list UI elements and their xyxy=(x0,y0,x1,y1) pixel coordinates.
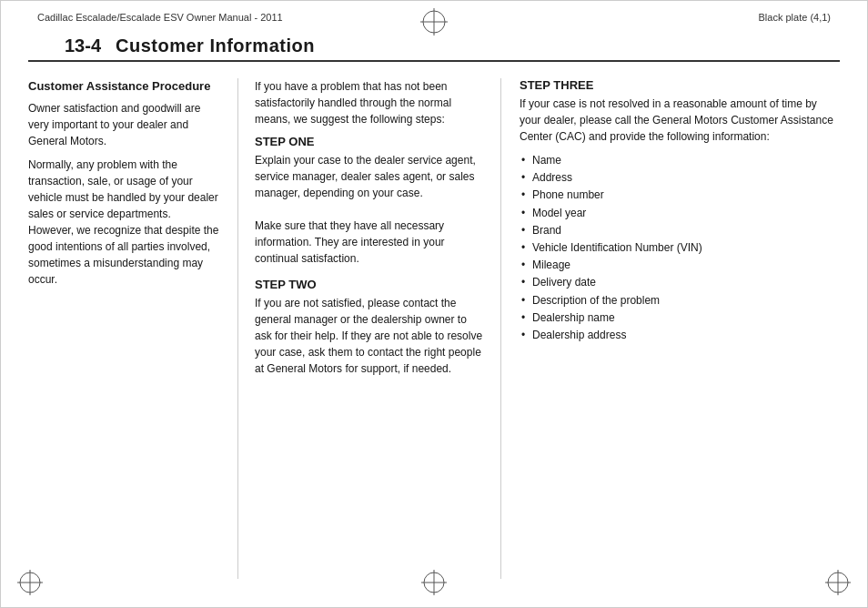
right-footer-crosshair xyxy=(825,570,851,598)
chapter-number: 13-4 xyxy=(65,35,101,56)
list-item: Vehicle Identification Number (VIN) xyxy=(520,239,840,257)
chapter-title: Customer Information xyxy=(116,35,315,56)
list-item: Description of the problem xyxy=(520,292,840,309)
col-left-para2: Normally, any problem with the transacti… xyxy=(28,157,219,288)
list-item: Dealership address xyxy=(520,327,840,344)
list-item: Model year xyxy=(520,205,840,222)
left-footer-crosshair xyxy=(17,570,43,598)
header-right-text: Black plate (4,1) xyxy=(759,12,831,23)
list-item: Delivery date xyxy=(520,274,840,291)
customer-assistance-heading: Customer Assistance Procedure xyxy=(28,78,219,95)
list-item: Brand xyxy=(520,222,840,239)
col-middle-intro: If you have a problem that has not been … xyxy=(255,78,484,127)
col-right: STEP THREE If your case is not resolved … xyxy=(501,78,840,579)
list-item: Phone number xyxy=(520,187,840,204)
list-item: Name xyxy=(520,152,840,169)
step-one-heading: STEP ONE xyxy=(255,135,484,148)
page-container: Cadillac Escalade/Escalade ESV Owner Man… xyxy=(0,0,868,608)
list-item: Mileage xyxy=(520,257,840,274)
col-left: Customer Assistance Procedure Owner sati… xyxy=(28,78,237,579)
list-item: Address xyxy=(520,169,840,187)
bullet-list: Name Address Phone number Model year Bra… xyxy=(520,152,840,344)
step-one-text: Explain your case to the dealer service … xyxy=(255,152,484,267)
step-two-heading: STEP TWO xyxy=(255,278,484,291)
center-footer-crosshair xyxy=(421,570,447,598)
header-left-text: Cadillac Escalade/Escalade ESV Owner Man… xyxy=(37,12,283,23)
col-middle: If you have a problem that has not been … xyxy=(237,78,501,579)
col-left-para1: Owner satisfaction and goodwill are very… xyxy=(28,100,219,149)
list-item: Dealership name xyxy=(520,309,840,327)
page-header: Cadillac Escalade/Escalade ESV Owner Man… xyxy=(1,1,867,30)
content-area: Customer Assistance Procedure Owner sati… xyxy=(1,62,867,588)
step-three-intro: If your case is not resolved in a reason… xyxy=(520,96,840,145)
header-crosshair xyxy=(420,8,448,38)
step-two-text: If you are not satisfied, please contact… xyxy=(255,295,484,377)
step-three-heading: STEP THREE xyxy=(520,78,840,92)
